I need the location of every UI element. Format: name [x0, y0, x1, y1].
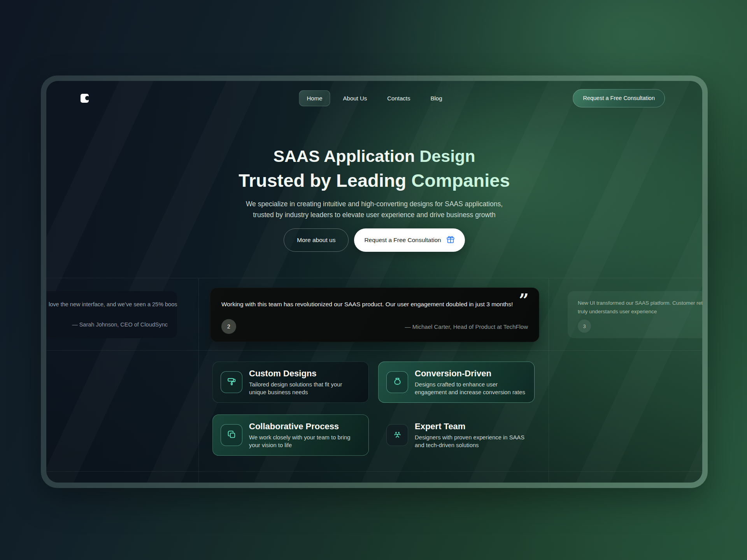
feature-description: We work closely with your team to bring … [249, 434, 361, 449]
testimonial-attribution: — Michael Carter, Head of Product at Tec… [405, 323, 528, 330]
feature-title: Expert Team [415, 421, 526, 432]
feature-text: Expert Team Designers with proven experi… [415, 421, 526, 449]
testimonial-quote-line2: truly understands user experience [578, 307, 702, 316]
feature-icon-box [386, 371, 408, 393]
quote-mark-icon: ” [519, 292, 529, 309]
testimonial-card-next[interactable]: New UI transformed our SAAS platform. Cu… [568, 291, 702, 338]
hero-section: SAAS Application Design Trusted by Leadi… [46, 115, 702, 278]
testimonials-row: love the new interface, and we’ve seen a… [46, 278, 702, 350]
feature-card-custom-designs: Custom Designs Tailored design solutions… [212, 362, 369, 403]
hero-subtitle: We specialize in creating intuitive and … [238, 198, 510, 220]
nav-item-home[interactable]: Home [299, 90, 330, 106]
testimonial-quote-line1: New UI transformed our SAAS platform. Cu… [578, 299, 702, 307]
feature-card-conversion-driven: Conversion-Driven Designs crafted to enh… [378, 362, 535, 403]
feature-title: Collaborative Process [249, 421, 361, 432]
feature-description: Designers with proven experience in SAAS… [415, 434, 526, 449]
hero-title-line2-accent: Companies [411, 170, 510, 191]
feature-title: Custom Designs [249, 369, 361, 379]
feature-text: Custom Designs Tailored design solutions… [249, 369, 361, 396]
features-row: Custom Designs Tailored design solutions… [46, 350, 702, 471]
feature-card-collaborative-process: Collaborative Process We work closely wi… [212, 414, 369, 456]
feature-description: Designs crafted to enhance user engageme… [415, 381, 526, 396]
money-bag-icon [393, 377, 402, 388]
feature-icon-box [386, 424, 408, 446]
testimonial-quote: Working with this team has revolutionize… [221, 301, 528, 308]
desktop-background: { "nav": { "items": [ { "label": "Home",… [0, 0, 747, 560]
footer-strip [46, 471, 702, 483]
feature-text: Conversion-Driven Designs crafted to enh… [415, 369, 526, 396]
gift-icon [446, 235, 455, 245]
grid-divider-right [549, 278, 549, 483]
overlap-squares-icon [227, 430, 237, 441]
testimonial-quote: love the new interface, and we’ve seen a… [49, 301, 168, 307]
nav-item-contacts[interactable]: Contacts [380, 91, 417, 106]
header-consultation-button[interactable]: Request a Free Consultation [573, 89, 665, 107]
more-about-us-button[interactable]: More about us [284, 228, 349, 252]
features-grid: Custom Designs Tailored design solutions… [198, 351, 549, 471]
content-grid: love the new interface, and we’ve seen a… [46, 278, 702, 483]
slide-number-badge: 3 [578, 319, 591, 333]
feature-title: Conversion-Driven [415, 369, 526, 379]
site-page: Home About Us Contacts Blog Request a Fr… [46, 81, 702, 483]
testimonial-card-previous[interactable]: love the new interface, and we’ve seen a… [46, 291, 177, 338]
nav-item-about[interactable]: About Us [336, 91, 375, 106]
feature-text: Collaborative Process We work closely wi… [249, 421, 361, 449]
testimonial-footer: 2 — Michael Carter, Head of Product at T… [221, 319, 528, 334]
hero-title-line1-accent: Design [419, 147, 475, 165]
hero-title: SAAS Application Design Trusted by Leadi… [46, 115, 702, 193]
brand-logo[interactable] [81, 94, 89, 103]
hero-actions: More about us Request a Free Consultatio… [46, 228, 702, 252]
site-header: Home About Us Contacts Blog Request a Fr… [46, 81, 702, 115]
testimonial-card-active: ” Working with this team has revolutioni… [210, 288, 539, 342]
paint-roller-icon [227, 377, 237, 388]
team-icon [393, 430, 402, 441]
hero-consultation-label: Request a Free Consultation [364, 237, 441, 244]
testimonial-attribution: — Sarah Johnson, CEO of CloudSync [49, 321, 168, 328]
main-nav: Home About Us Contacts Blog [299, 90, 450, 106]
feature-description: Tailored design solutions that fit your … [249, 381, 361, 396]
feature-card-expert-team: Expert Team Designers with proven experi… [378, 414, 535, 456]
hero-title-line2: Trusted by Leading [238, 170, 411, 191]
hero-consultation-button[interactable]: Request a Free Consultation [354, 228, 465, 252]
slide-number-badge: 2 [221, 319, 236, 334]
site-window: Home About Us Contacts Blog Request a Fr… [41, 75, 708, 488]
feature-icon-box [221, 424, 242, 446]
nav-item-blog[interactable]: Blog [423, 91, 449, 106]
hero-title-line1: SAAS Application [273, 147, 419, 165]
feature-icon-box [221, 371, 242, 393]
